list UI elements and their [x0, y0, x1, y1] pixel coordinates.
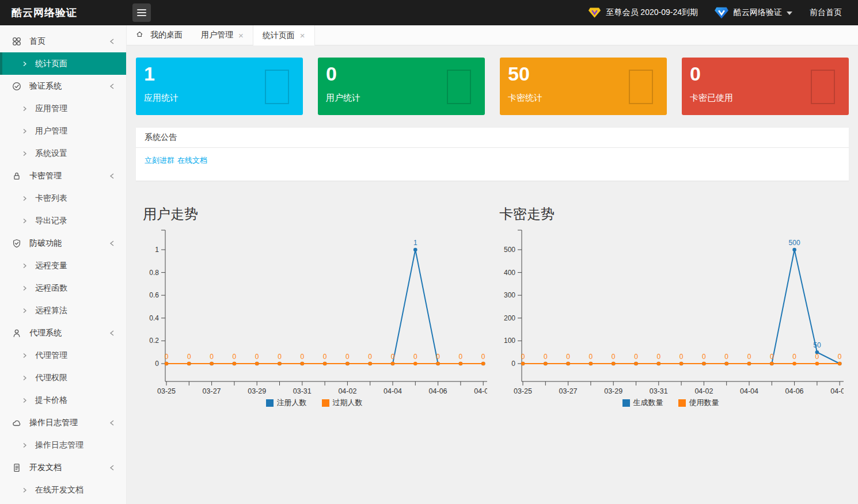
- sidebar-subitem-label: 代理管理: [35, 350, 67, 361]
- account-dropdown[interactable]: 酷云网络验证: [714, 6, 792, 20]
- sidebar-item-card-key-management[interactable]: 卡密管理: [0, 165, 126, 187]
- sidebar-subitem-operation-log-management[interactable]: 操作日志管理: [0, 434, 126, 456]
- svg-text:03-31: 03-31: [650, 387, 668, 395]
- sidebar-subitem-statistics-page[interactable]: 统计页面: [0, 52, 126, 75]
- announcement-panel: 系统公告 立刻进群在线文档: [136, 128, 849, 181]
- data-point: [815, 362, 819, 366]
- svg-text:04-02: 04-02: [338, 387, 356, 395]
- svg-text:0: 0: [815, 353, 819, 361]
- data-point: [544, 362, 548, 366]
- chart-title: 用户走势: [143, 205, 492, 223]
- user-trend-chart[interactable]: 00.20.40.60.8103-2503-2703-2903-3104-020…: [136, 228, 487, 396]
- cloud-icon: [12, 418, 22, 428]
- arrow-right-icon: [22, 375, 28, 381]
- svg-text:0: 0: [679, 353, 684, 361]
- online-docs-link[interactable]: 在线文档: [177, 156, 207, 165]
- tab-close-icon[interactable]: ×: [300, 31, 305, 40]
- svg-text:1: 1: [413, 239, 417, 247]
- chevron-left-icon: [109, 240, 116, 247]
- sidebar-item-agent-system[interactable]: 代理系统: [0, 322, 126, 344]
- sidebar-subitem-label: 系统设置: [35, 148, 67, 159]
- svg-text:0: 0: [702, 353, 706, 361]
- sidebar-subitem-agent-management[interactable]: 代理管理: [0, 344, 126, 366]
- data-point: [702, 362, 706, 366]
- frontend-home-link[interactable]: 前台首页: [810, 7, 842, 18]
- svg-text:0: 0: [187, 353, 191, 361]
- sidebar-subitem-online-dev-docs[interactable]: 在线开发文档: [0, 479, 126, 501]
- tab-my-desktop[interactable]: 我的桌面: [127, 25, 192, 45]
- data-point: [233, 362, 237, 366]
- sidebar-subitem-remote-variables[interactable]: 远程变量: [0, 254, 126, 277]
- data-point: [391, 362, 395, 366]
- sidebar-item-verify-system[interactable]: 验证系统: [0, 75, 126, 97]
- sidebar-item-label: 验证系统: [29, 81, 109, 91]
- sidebar-subitem-app-management[interactable]: 应用管理: [0, 97, 126, 120]
- data-point: [459, 362, 463, 366]
- legend-item[interactable]: 使用数量: [678, 398, 719, 408]
- grid-icon: [12, 36, 22, 47]
- sidebar-item-label: 卡密管理: [29, 171, 109, 181]
- svg-text:03-25: 03-25: [157, 387, 176, 395]
- lock-icon: [12, 171, 22, 181]
- sidebar-subitem-agent-permissions[interactable]: 代理权限: [0, 366, 126, 389]
- user-stat-card: 0用户统计: [318, 58, 485, 115]
- sidebar-item-anti-crack[interactable]: 防破功能: [0, 232, 126, 254]
- tab-user-management[interactable]: 用户管理×: [192, 25, 253, 45]
- svg-text:0: 0: [255, 353, 259, 361]
- sidebar-subitem-card-price[interactable]: 提卡价格: [0, 389, 126, 411]
- data-point: [657, 362, 661, 366]
- tab-close-icon[interactable]: ×: [238, 31, 244, 40]
- svg-text:0: 0: [233, 353, 237, 361]
- svg-text:100: 100: [504, 337, 515, 345]
- legend-item[interactable]: 过期人数: [322, 398, 363, 408]
- app-logo: 酷云网络验证: [0, 6, 127, 20]
- sidebar-subitem-remote-functions[interactable]: 远程函数: [0, 277, 126, 299]
- sidebar-subitem-system-settings[interactable]: 系统设置: [0, 142, 126, 165]
- arrow-right-icon: [22, 218, 28, 224]
- account-name: 酷云网络验证: [734, 7, 782, 18]
- svg-text:0: 0: [391, 353, 395, 361]
- sidebar-subitem-user-management[interactable]: 用户管理: [0, 120, 126, 142]
- svg-text:0: 0: [459, 353, 463, 361]
- svg-text:0: 0: [436, 353, 440, 361]
- svg-text:0: 0: [155, 360, 159, 368]
- join-group-link[interactable]: 立刻进群: [145, 156, 174, 165]
- tab-statistics-page[interactable]: 统计页面×: [253, 25, 315, 45]
- svg-text:0.4: 0.4: [149, 314, 159, 322]
- data-point: [566, 362, 570, 366]
- data-point: [724, 362, 728, 366]
- data-point: [634, 362, 638, 366]
- arrow-right-icon: [22, 263, 28, 269]
- sidebar-subitem-label: 统计页面: [35, 59, 67, 69]
- svg-text:500: 500: [504, 246, 515, 254]
- sidebar-subitem-export-records[interactable]: 导出记录: [0, 209, 126, 232]
- legend-item[interactable]: 注册人数: [266, 398, 307, 408]
- arrow-right-icon: [22, 308, 28, 314]
- data-point: [521, 362, 525, 366]
- sidebar-item-label: 防破功能: [29, 238, 109, 249]
- sidebar-subitem-label: 代理权限: [35, 373, 67, 383]
- card-key-used-card: 0卡密已使用: [682, 58, 849, 115]
- sidebar-item-home[interactable]: 首页: [0, 30, 126, 52]
- svg-text:0: 0: [792, 353, 796, 361]
- svg-text:04-04: 04-04: [384, 387, 402, 395]
- chevron-left-icon: [109, 464, 116, 471]
- card-trend-chart[interactable]: 010020030040050003-2503-2703-2903-3104-0…: [492, 228, 844, 396]
- user-icon: [12, 328, 22, 338]
- card-key-stat-card: 50卡密统计: [500, 58, 667, 115]
- missing-glyph-icon: [811, 70, 835, 104]
- missing-glyph-icon: [629, 70, 653, 104]
- sidebar-subitem-label: 导出记录: [35, 216, 67, 226]
- sidebar-subitem-remote-algorithms[interactable]: 远程算法: [0, 299, 126, 322]
- sidebar-subitem-label: 卡密列表: [35, 193, 67, 204]
- sidebar-item-operation-log[interactable]: 操作日志管理: [0, 411, 126, 434]
- legend-item[interactable]: 生成数量: [622, 398, 663, 408]
- sidebar-toggle-button[interactable]: [132, 3, 151, 22]
- arrow-right-icon: [22, 106, 28, 112]
- sidebar-item-dev-docs[interactable]: 开发文档: [0, 456, 126, 479]
- data-point: [436, 362, 440, 366]
- arrow-right-icon: [22, 128, 28, 134]
- svg-text:0.8: 0.8: [149, 269, 159, 277]
- sidebar-subitem-card-key-list[interactable]: 卡密列表: [0, 187, 126, 209]
- data-point: [481, 362, 485, 366]
